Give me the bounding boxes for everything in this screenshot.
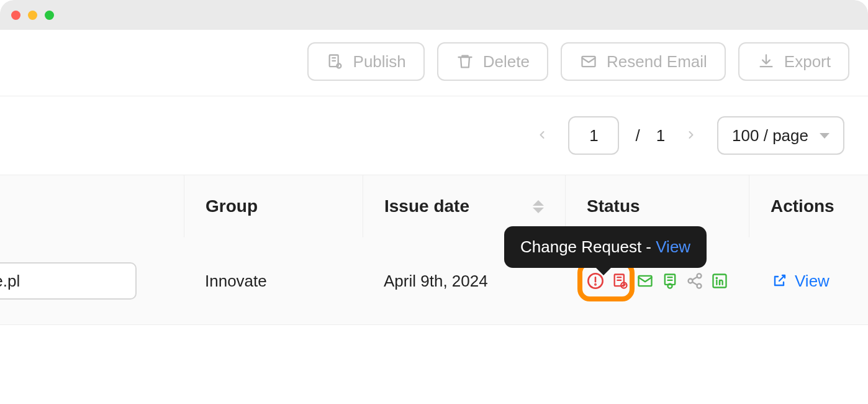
export-label: Export — [784, 52, 831, 71]
window-titlebar — [0, 0, 868, 30]
cell-group: Innovate — [184, 237, 363, 324]
trash-icon — [456, 52, 474, 71]
pagination-bar: / 1 100 / page — [0, 96, 868, 175]
external-link-icon — [770, 272, 789, 290]
tooltip-view-link[interactable]: View — [656, 237, 690, 256]
delete-label: Delete — [483, 52, 530, 71]
share-icon[interactable] — [685, 272, 704, 290]
envelope-icon[interactable] — [636, 272, 654, 290]
app-window: Publish Delete Resend Email Export / 1 — [0, 0, 868, 404]
linkedin-icon[interactable] — [710, 272, 729, 290]
cell-name: ole.pl — [0, 237, 184, 324]
prev-page-button[interactable] — [532, 126, 552, 145]
svg-point-5 — [595, 284, 595, 285]
window-maximize-button[interactable] — [45, 11, 54, 20]
table-row: ole.pl Innovate April 9th, 2024 — [0, 237, 868, 324]
chevron-down-icon — [820, 133, 830, 139]
page-total: 1 — [656, 126, 665, 145]
svg-point-10 — [668, 284, 672, 288]
page-size-select[interactable]: 100 / page — [717, 116, 844, 155]
column-header-actions: Actions — [749, 175, 868, 237]
resend-label: Resend Email — [607, 52, 707, 71]
data-table: Group Issue date Status Actions ole.pl — [0, 175, 868, 325]
action-toolbar: Publish Delete Resend Email Export — [0, 30, 868, 96]
svg-line-15 — [692, 282, 697, 285]
svg-line-14 — [692, 277, 697, 280]
download-icon — [757, 52, 775, 71]
status-tooltip: Change Request - View — [504, 226, 707, 268]
publish-label: Publish — [353, 52, 406, 71]
svg-point-18 — [717, 278, 717, 278]
sort-icon[interactable] — [533, 200, 544, 213]
mail-icon — [579, 52, 598, 71]
window-close-button[interactable] — [11, 11, 20, 20]
tooltip-text: Change Request - — [520, 237, 656, 256]
resend-email-button[interactable]: Resend Email — [561, 42, 726, 81]
page-number-input[interactable] — [568, 116, 619, 155]
delete-button[interactable]: Delete — [437, 42, 548, 81]
page-size-label: 100 / page — [732, 126, 808, 145]
page-separator: / — [635, 126, 640, 145]
column-header-blank — [0, 175, 184, 237]
publish-icon — [326, 52, 345, 71]
cell-actions: View — [749, 237, 868, 324]
column-header-group[interactable]: Group — [184, 175, 363, 237]
table-header-row: Group Issue date Status Actions — [0, 175, 868, 237]
next-page-button[interactable] — [681, 126, 701, 145]
name-input-truncated[interactable]: ole.pl — [0, 262, 137, 300]
publish-button[interactable]: Publish — [307, 42, 425, 81]
view-link[interactable]: View — [770, 272, 830, 291]
certificate-icon[interactable] — [661, 272, 679, 290]
window-minimize-button[interactable] — [28, 11, 37, 20]
export-button[interactable]: Export — [738, 42, 849, 81]
document-check-icon[interactable] — [611, 272, 630, 290]
